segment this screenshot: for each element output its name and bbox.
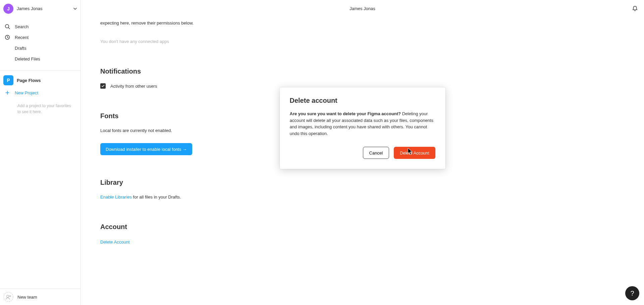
clock-icon [4, 34, 11, 41]
bell-icon [631, 5, 639, 12]
sidebar-favorites-empty: Add a project to your favorites to see i… [0, 98, 80, 115]
notifications-button[interactable] [631, 0, 639, 17]
account-heading: Account [100, 223, 625, 231]
topbar: James Jonas [81, 0, 644, 17]
sidebar-item-label: Drafts [15, 46, 26, 51]
dialog-title: Delete account [290, 97, 435, 104]
sidebar-item-recent[interactable]: Recent [0, 32, 80, 43]
enable-libraries-link[interactable]: Enable Libraries [100, 194, 132, 200]
new-team-label: New team [17, 295, 37, 300]
account-switcher[interactable]: J James Jonas [0, 0, 80, 17]
notifications-heading: Notifications [100, 68, 625, 75]
svg-line-1 [8, 28, 10, 29]
activity-checkbox[interactable] [100, 83, 106, 89]
team-badge: P [3, 75, 13, 85]
help-icon: ? [630, 290, 634, 297]
connected-apps-empty: You don't have any connected apps [100, 39, 625, 44]
library-text: Enable Libraries for all files in your D… [100, 194, 625, 200]
connected-apps-truncated-text: expecting here, remove their permissions… [100, 20, 625, 26]
dialog-question: Are you sure you want to delete your Fig… [290, 111, 401, 116]
team-name: Page Flows [17, 78, 41, 83]
divider [0, 70, 80, 71]
sidebar-item-search[interactable]: Search [0, 21, 80, 32]
delete-account-link[interactable]: Delete Account [100, 239, 129, 245]
user-name: James Jonas [17, 6, 70, 11]
sidebar-item-label: Deleted Files [15, 56, 40, 61]
dialog-body: Are you sure you want to delete your Fig… [290, 111, 435, 137]
sidebar-item-deleted-files[interactable]: Deleted Files [0, 53, 80, 64]
sidebar-item-label: Search [15, 24, 29, 29]
delete-account-confirm-button[interactable]: Delete Account [394, 147, 435, 159]
sidebar-team-section: P Page Flows New Project Add a project t… [0, 75, 80, 118]
new-team-icon [3, 292, 13, 302]
main: James Jonas expecting here, remove their… [81, 0, 644, 305]
sidebar-item-drafts[interactable]: Drafts [0, 43, 80, 53]
library-heading: Library [100, 179, 625, 186]
sidebar-item-label: Recent [15, 35, 29, 40]
sidebar-new-project[interactable]: New Project [0, 87, 80, 98]
plus-icon [4, 89, 11, 96]
chevron-down-icon [73, 7, 77, 11]
sidebar-footer: New team [0, 289, 80, 305]
check-icon [101, 84, 105, 88]
page-title: James Jonas [350, 6, 375, 11]
sidebar: J James Jonas Search Recent Drafts [0, 0, 81, 305]
activity-checkbox-label: Activity from other users [110, 84, 157, 89]
svg-point-4 [7, 295, 9, 297]
new-project-label: New Project [15, 90, 38, 95]
help-button[interactable]: ? [625, 286, 639, 300]
dialog-actions: Cancel Delete Account [290, 147, 435, 159]
sidebar-nav: Search Recent Drafts Deleted Files [0, 17, 80, 68]
library-suffix: for all files in your Drafts. [132, 194, 181, 200]
cancel-button[interactable]: Cancel [363, 147, 389, 159]
delete-account-dialog: Delete account Are you sure you want to … [280, 87, 445, 169]
search-icon [4, 23, 11, 30]
sidebar-new-team[interactable]: New team [0, 289, 80, 305]
download-fonts-button[interactable]: Download installer to enable local fonts… [100, 143, 192, 155]
sidebar-team[interactable]: P Page Flows [0, 75, 80, 87]
user-avatar: J [3, 4, 13, 14]
